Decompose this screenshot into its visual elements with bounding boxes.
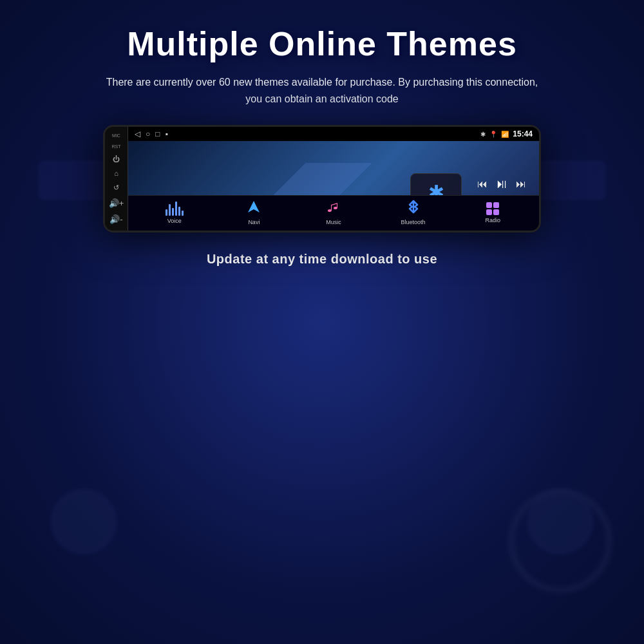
nav-item-voice[interactable]: Voice <box>155 202 194 224</box>
location-icon: 📍 <box>489 131 497 138</box>
playback-controls: ⏮ ⏯ ⏭ <box>477 176 526 191</box>
status-indicators: ✱ 📍 📶 15:44 <box>480 129 533 138</box>
bluetooth-label: Bluetooth <box>401 219 426 225</box>
nav-square[interactable]: □ <box>155 129 160 138</box>
prev-button[interactable]: ⏮ <box>477 178 488 190</box>
page-title: Multiple Online Themes <box>127 26 517 62</box>
wifi-icon: 📶 <box>501 131 509 138</box>
status-bar: ◁ ○ □ ▪ ✱ 📍 📶 15:44 <box>128 127 539 141</box>
radio-label: Radio <box>485 217 500 223</box>
back-button[interactable]: ↺ <box>105 181 128 194</box>
rst-label: RST <box>105 142 128 151</box>
vol-down-button[interactable]: 🔊- <box>105 212 128 227</box>
nav-item-bluetooth[interactable]: Bluetooth <box>394 200 433 225</box>
bluetooth-widget[interactable]: ✱ ✱ <box>410 173 462 195</box>
bottom-navigation: Voice Navi <box>128 195 539 231</box>
bluetooth-status-icon: ✱ <box>480 131 486 138</box>
nav-item-radio[interactable]: Radio <box>473 202 512 223</box>
radio-icon <box>486 202 499 215</box>
clock: 15:44 <box>513 129 533 138</box>
music-icon <box>327 200 341 217</box>
nav-home[interactable]: ○ <box>146 129 150 138</box>
head-unit: MIC RST ⏻ ⌂ ↺ 🔊+ 🔊- ◁ ○ □ <box>103 125 541 232</box>
nav-controls: ◁ ○ □ ▪ <box>135 129 168 138</box>
side-button-panel: MIC RST ⏻ ⌂ ↺ 🔊+ 🔊- <box>105 127 128 231</box>
steering-wheel <box>509 489 612 592</box>
nav-dot[interactable]: ▪ <box>166 129 168 138</box>
main-screen: ◁ ○ □ ▪ ✱ 📍 📶 15:44 <box>128 127 539 231</box>
screen-content-area: ✱ ✱ <box>128 141 539 195</box>
bluetooth-nav-icon <box>406 200 421 217</box>
nav-item-navi[interactable]: Navi <box>234 200 273 225</box>
vol-up-button[interactable]: 🔊+ <box>105 196 128 211</box>
dash-knob-left <box>52 489 116 554</box>
next-button[interactable]: ⏭ <box>516 178 526 190</box>
voice-label: Voice <box>167 218 182 224</box>
voice-icon <box>166 202 184 216</box>
navi-label: Navi <box>248 219 260 225</box>
svg-marker-9 <box>248 201 260 213</box>
bt-large-icon: ✱ <box>428 181 444 196</box>
nav-back[interactable]: ◁ <box>135 129 140 138</box>
navi-icon <box>247 200 261 217</box>
home-button[interactable]: ⌂ <box>105 167 128 180</box>
power-button[interactable]: ⏻ <box>105 153 128 166</box>
mic-label: MIC <box>105 131 128 140</box>
nav-item-music[interactable]: Music <box>314 200 353 225</box>
music-label: Music <box>326 219 341 225</box>
play-button[interactable]: ⏯ <box>495 176 508 191</box>
bottom-text: Update at any time download to use <box>207 252 437 267</box>
main-content: Multiple Online Themes There are current… <box>0 0 644 267</box>
page-subtitle: There are currently over 60 new themes a… <box>97 74 547 107</box>
car-image <box>147 147 386 195</box>
control-row: ⏮ ⏯ ⏭ <box>477 176 526 191</box>
